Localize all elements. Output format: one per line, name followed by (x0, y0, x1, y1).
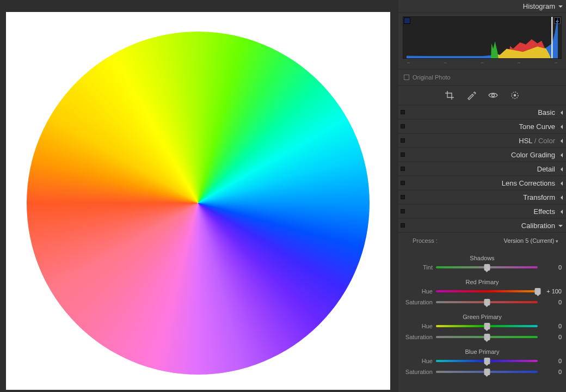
shadows-title: Shadows (403, 255, 562, 261)
histogram-ticks: – – – – – (403, 59, 562, 65)
slider-track[interactable] (436, 360, 538, 362)
slider-thumb[interactable] (484, 358, 490, 364)
slider-label: Saturation (403, 334, 433, 340)
tint-slider[interactable]: Tint 0 (403, 262, 562, 272)
slider-track[interactable] (436, 336, 538, 338)
slider-label: Hue (403, 323, 433, 329)
slider-label: Saturation (403, 299, 433, 305)
panel-toggle[interactable] (401, 167, 405, 171)
panel-toggle[interactable] (401, 209, 405, 213)
histogram-svg (407, 17, 558, 58)
calibration-body: Process : Version 5 (Current) Shadows Ti… (398, 233, 566, 382)
process-label: Process : (413, 237, 438, 244)
red-sat-slider[interactable]: Saturation 0 (403, 297, 562, 307)
image-viewer (0, 0, 398, 392)
slider-label: Saturation (403, 369, 433, 375)
slider-label: Hue (403, 358, 433, 364)
slider-thumb[interactable] (484, 299, 490, 305)
panel-toggle[interactable] (401, 110, 405, 114)
panel-detail[interactable]: Detail (398, 162, 566, 176)
panel-label: Effects (533, 207, 563, 216)
green-hue-slider[interactable]: Hue 0 (403, 321, 562, 331)
slider-value[interactable]: 0 (540, 299, 562, 305)
panel-toggle[interactable] (401, 152, 405, 157)
brush-icon[interactable] (466, 90, 476, 100)
panel-label: Color Grading (511, 151, 563, 159)
panel-effects[interactable]: Effects (398, 205, 566, 219)
blue-primary-title: Blue Primary (403, 348, 562, 355)
panel-color-grading[interactable]: Color Grading (398, 148, 566, 162)
slider-label: Tint (403, 264, 433, 271)
image-canvas[interactable] (6, 12, 390, 390)
green-sat-slider[interactable]: Saturation 0 (403, 332, 562, 342)
blue-hue-slider[interactable]: Hue 0 (403, 356, 562, 366)
blue-sat-slider[interactable]: Saturation 0 (403, 367, 562, 377)
panel-tone-curve[interactable]: Tone Curve (398, 120, 566, 134)
svg-point-8 (514, 95, 516, 96)
slider-thumb[interactable] (535, 288, 541, 295)
slider-value[interactable]: 0 (540, 264, 562, 271)
slider-value[interactable]: 0 (540, 358, 562, 364)
slider-thumb[interactable] (484, 264, 490, 271)
panel-toggle[interactable] (401, 223, 405, 228)
develop-panel: Histogram – – – – – Original Photo (398, 0, 566, 392)
slider-thumb[interactable] (484, 323, 490, 329)
panel-label: Lens Corrections (502, 179, 563, 187)
green-primary-title: Green Primary (403, 314, 562, 320)
slider-track[interactable] (436, 301, 538, 303)
radial-icon[interactable] (510, 90, 520, 100)
panel-toggle[interactable] (401, 181, 405, 185)
original-photo-row[interactable]: Original Photo (398, 70, 566, 86)
panel-toggle[interactable] (401, 195, 405, 199)
panel-toggle[interactable] (401, 138, 405, 143)
panel-transform[interactable]: Transform (398, 191, 566, 205)
svg-point-6 (492, 94, 495, 97)
tick: – (444, 60, 447, 65)
panel-label: Basic (538, 108, 563, 117)
panel-calibration[interactable]: Calibration (398, 219, 566, 233)
panel-lens-corrections[interactable]: Lens Corrections (398, 176, 566, 191)
histogram-body: – – – – – (398, 13, 566, 70)
slider-label: Hue (403, 288, 433, 295)
red-primary-title: Red Primary (403, 279, 562, 285)
slider-value[interactable]: 0 (540, 334, 562, 340)
panel-label: Calibration (521, 222, 563, 230)
slider-track[interactable] (436, 371, 538, 373)
tick: – (407, 60, 410, 65)
slider-track[interactable] (436, 325, 538, 327)
process-row[interactable]: Process : Version 5 (Current) (403, 233, 562, 248)
crop-icon[interactable] (445, 90, 454, 100)
histogram-chart[interactable] (403, 16, 562, 59)
panel-label: Detail (537, 165, 563, 173)
tool-strip (398, 86, 566, 106)
original-photo-label: Original Photo (413, 74, 451, 81)
svg-marker-3 (491, 41, 499, 58)
panel-toggle[interactable] (401, 124, 405, 128)
tick: – (518, 60, 520, 65)
histogram-title: Histogram (523, 2, 563, 10)
process-value[interactable]: Version 5 (Current) (504, 237, 558, 244)
red-hue-slider[interactable]: Hue + 100 (403, 286, 562, 296)
panel-hsl-color[interactable]: HSL / Color (398, 134, 566, 148)
slider-value[interactable]: 0 (540, 369, 562, 375)
original-photo-checkbox[interactable] (404, 75, 409, 80)
tick: – (555, 60, 557, 65)
panel-label: HSL / Color (519, 137, 563, 145)
color-wheel-image (27, 32, 370, 375)
panel-label: Tone Curve (519, 122, 563, 131)
panel-label: Transform (523, 193, 563, 201)
slider-track[interactable] (436, 266, 538, 268)
tick: – (481, 60, 483, 65)
eye-icon[interactable] (488, 90, 498, 100)
panel-basic[interactable]: Basic (398, 106, 566, 120)
slider-thumb[interactable] (484, 334, 490, 340)
slider-value[interactable]: + 100 (540, 288, 562, 295)
slider-track[interactable] (436, 290, 538, 292)
slider-value[interactable]: 0 (540, 323, 562, 329)
histogram-header[interactable]: Histogram (398, 0, 566, 13)
slider-thumb[interactable] (484, 369, 490, 375)
